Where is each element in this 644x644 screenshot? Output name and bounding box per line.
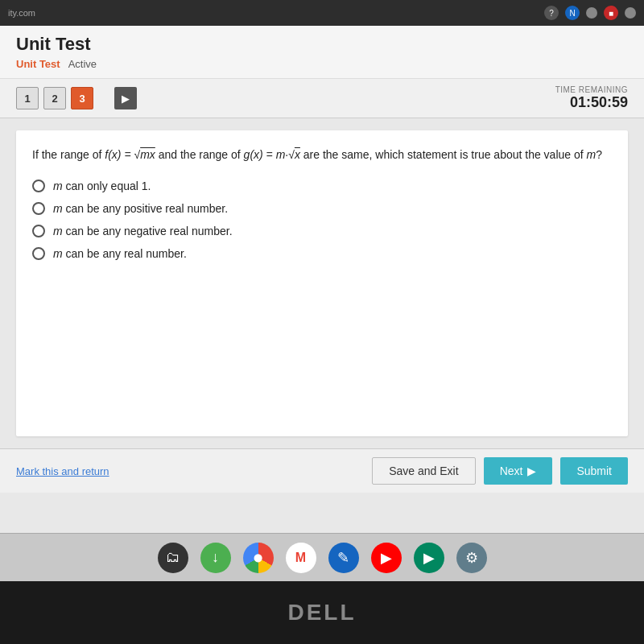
- page-title: Unit Test: [16, 34, 628, 55]
- play-icon: ▶: [122, 93, 130, 105]
- dell-bar: DELL: [0, 581, 644, 644]
- option-text-a: m can only equal 1.: [53, 180, 151, 192]
- footer: Mark this and return Save and Exit Next …: [0, 448, 644, 493]
- time-remaining: TIME REMAINING 01:50:59: [555, 85, 628, 111]
- browser-icons: ? N ■: [544, 6, 636, 20]
- browser-icon-1[interactable]: ?: [544, 6, 559, 20]
- answer-option-b[interactable]: m can be any positive real number.: [32, 202, 612, 215]
- time-label: TIME REMAINING: [555, 85, 628, 94]
- radio-d[interactable]: [32, 247, 45, 260]
- browser-icon-2[interactable]: N: [565, 6, 580, 20]
- files-icon[interactable]: 🗂: [158, 543, 188, 573]
- option-text-b: m can be any positive real number.: [53, 202, 228, 215]
- question-btn-2[interactable]: 2: [43, 87, 66, 109]
- answer-option-d[interactable]: m can be any real number.: [32, 247, 612, 260]
- next-label: Next: [500, 464, 523, 477]
- question-text: If the range of f(x) = √mx and the range…: [32, 147, 612, 163]
- browser-bar: ity.com ? N ■: [0, 0, 644, 26]
- answer-option-c[interactable]: m can be any negative real number.: [32, 225, 612, 237]
- function-fx: f(x) = √mx: [105, 148, 155, 161]
- time-value: 01:50:59: [555, 94, 628, 111]
- browser-url: ity.com: [8, 8, 35, 18]
- radio-b[interactable]: [32, 202, 45, 215]
- play-button[interactable]: ▶: [114, 87, 137, 109]
- header: Unit Test Unit Test Active: [0, 26, 644, 79]
- save-exit-button[interactable]: Save and Exit: [372, 457, 475, 485]
- radio-a[interactable]: [32, 180, 45, 192]
- function-gx: g(x) = m·√x: [244, 148, 300, 161]
- option-text-c: m can be any negative real number.: [53, 225, 233, 237]
- taskbar: 🗂 ↓ ⬤ M ✎ ▶ ▶ ⚙: [0, 533, 644, 581]
- breadcrumb: Unit Test Active: [16, 58, 628, 70]
- classroom-icon[interactable]: ✎: [328, 543, 359, 573]
- submit-button[interactable]: Submit: [560, 457, 628, 485]
- browser-icon-5[interactable]: [625, 7, 636, 19]
- option-text-d: m can be any real number.: [53, 247, 187, 260]
- next-button[interactable]: Next ▶: [484, 457, 553, 485]
- radio-c[interactable]: [32, 225, 45, 237]
- question-btn-3[interactable]: 3: [71, 87, 93, 109]
- footer-buttons: Save and Exit Next ▶ Submit: [372, 457, 628, 485]
- nav-row: 1 2 3 ▶ TIME REMAINING 01:50:59: [0, 79, 644, 118]
- dell-logo: DELL: [287, 600, 356, 625]
- question-suffix: are the same, which statement is true ab…: [303, 148, 602, 161]
- next-arrow-icon: ▶: [527, 464, 536, 477]
- question-middle: and the range of: [159, 148, 244, 161]
- answer-option-a[interactable]: m can only equal 1.: [32, 180, 612, 192]
- gmail-icon[interactable]: M: [286, 543, 316, 573]
- settings-icon[interactable]: ⚙: [456, 543, 487, 573]
- browser-icon-3[interactable]: [586, 7, 597, 19]
- mark-return-link[interactable]: Mark this and return: [16, 465, 109, 477]
- breadcrumb-unit-test-link[interactable]: Unit Test: [16, 58, 60, 70]
- question-btn-1[interactable]: 1: [16, 87, 39, 109]
- play-store-icon[interactable]: ▶: [414, 543, 444, 573]
- question-prefix: If the range of: [32, 148, 105, 161]
- browser-icon-4[interactable]: ■: [604, 6, 618, 20]
- chrome-icon[interactable]: ⬤: [243, 543, 274, 573]
- downloads-icon[interactable]: ↓: [200, 543, 231, 573]
- question-area: If the range of f(x) = √mx and the range…: [16, 130, 628, 436]
- main-content: Unit Test Unit Test Active 1 2 3 ▶ TIME …: [0, 26, 644, 533]
- youtube-icon[interactable]: ▶: [371, 543, 402, 573]
- breadcrumb-status: Active: [68, 58, 97, 70]
